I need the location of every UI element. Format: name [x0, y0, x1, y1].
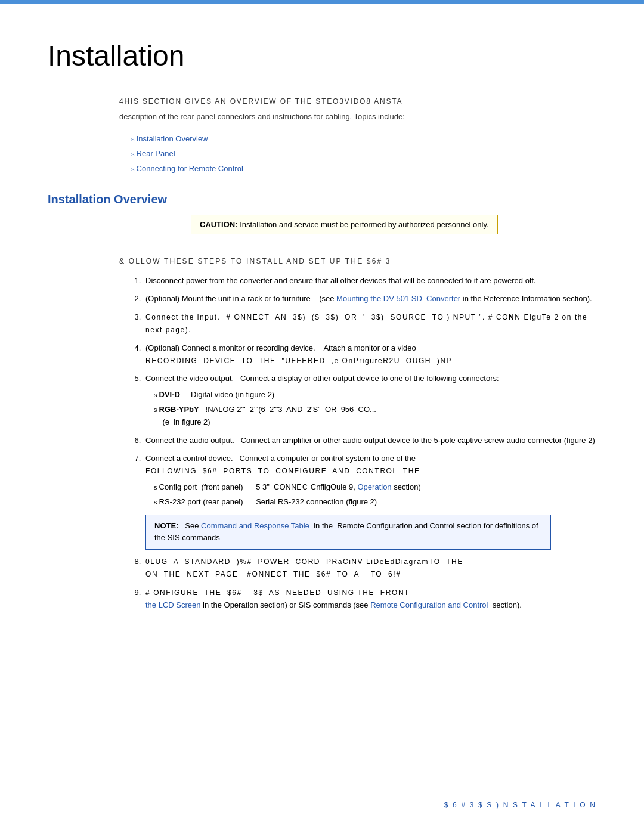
step-2-link[interactable]: Mounting the DV 501 SD Converter [336, 294, 460, 303]
sub-label-dvid: DVI-D [159, 390, 180, 399]
step-9: # ONFIGURE THE $6# 3$ AS NEEDED USING TH… [143, 587, 596, 612]
step-9-link-lcd[interactable]: the LCD Screen [145, 600, 201, 609]
step-9-link-remote[interactable]: Remote Configuration and Control [370, 600, 488, 609]
step-6-text: Connect the audio output. Connect an amp… [145, 436, 595, 445]
step-1-text: Disconnect power from the converter and … [145, 276, 535, 285]
topic-link-1[interactable]: Installation Overview [137, 134, 208, 143]
step-4-text: (Optional) Connect a monitor or recordin… [145, 343, 416, 352]
caution-box: CAUTION: Installation and service must b… [191, 215, 498, 234]
step-5-intro: Connect the video output. Connect a disp… [145, 374, 499, 383]
intro-description: description of the rear panel connectors… [119, 111, 596, 123]
step-7-intro: Connect a control device. Connect a comp… [145, 454, 416, 463]
step-7-sub-1: Config port (front panel) 5 3" CONNEC Cn… [151, 481, 596, 494]
sub-label-rgb: RGB-YPbY [159, 405, 199, 414]
note-box: NOTE: See Command and Response Table in … [145, 515, 551, 550]
note-link-command-table[interactable]: Command and Response Table [201, 521, 309, 530]
step-7: Connect a control device. Connect a comp… [143, 453, 596, 550]
caution-box-wrapper: CAUTION: Installation and service must b… [119, 215, 596, 245]
section-heading: Installation Overview [48, 193, 596, 206]
step-4: (Optional) Connect a monitor or recordin… [143, 342, 596, 367]
step-7-link-operation[interactable]: Operation [358, 482, 392, 491]
step-7-sublist: Config port (front panel) 5 3" CONNEC Cn… [151, 481, 596, 509]
step-9-text: the LCD Screen in the Operation section)… [145, 600, 522, 609]
step-2-text: (Optional) Mount the unit in a rack or t… [145, 294, 592, 303]
topic-link-3[interactable]: Connecting for Remote Control [137, 164, 243, 173]
step-2: (Optional) Mount the unit in a rack or t… [143, 293, 596, 305]
step-7-sub-2: RS-232 port (rear panel) Serial RS-232 c… [151, 496, 596, 509]
step-9-spaced: # ONFIGURE THE $6# 3$ AS NEEDED USING TH… [145, 589, 410, 597]
step-7-spaced: FOLLOWING $6# PORTS TO CONFIGURE AND CON… [145, 467, 420, 475]
topic-item-1[interactable]: Installation Overview [131, 133, 596, 145]
caution-label: CAUTION: [200, 220, 238, 229]
steps-header: & OLLOW THESE STEPS TO INSTALL AND SET U… [119, 256, 596, 267]
step-3-text: Connect the input. # ONNECT AN 3$) ($ 3$… [145, 313, 587, 334]
step-8: 0LUG A STANDARD )%# POWER CORD PRaCiNV L… [143, 556, 596, 581]
note-text: See Command and Response Table in the Re… [154, 521, 538, 543]
step-8-text: 0LUG A STANDARD )%# POWER CORD PRaCiNV L… [145, 558, 463, 578]
page-container: Installation 4HIS SECTION GIVES AN OVERV… [0, 4, 644, 665]
page-title: Installation [48, 39, 596, 72]
topic-item-3[interactable]: Connecting for Remote Control [131, 163, 596, 175]
step-1: Disconnect power from the converter and … [143, 275, 596, 287]
footer-text: $ 6 # 3 $ s ) N S T A L L A T I O N [444, 801, 596, 809]
note-label: NOTE: [154, 521, 178, 530]
numbered-list: Disconnect power from the converter and … [131, 275, 596, 612]
step-4-spaced: RECORDING DEVICE TO THE "UFFERED ,e OnPr… [145, 357, 452, 365]
step-5: Connect the video output. Connect a disp… [143, 373, 596, 428]
caution-text: Installation and service must be perform… [240, 220, 488, 229]
step-6: Connect the audio output. Connect an amp… [143, 435, 596, 447]
topic-item-2[interactable]: Rear Panel [131, 148, 596, 160]
topic-link-2[interactable]: Rear Panel [137, 149, 175, 158]
step-5-sublist: DVI-D Digital video (in figure 2) RGB-YP… [151, 389, 596, 428]
intro-spaced-text: 4HIS SECTION GIVES AN OVERVIEW OF THE ST… [119, 96, 596, 107]
step-5-sub-1: DVI-D Digital video (in figure 2) [151, 389, 596, 401]
step-5-sub-2: RGB-YPbY !NALOG 2'" 2'"(6 2'"3 AND 2'S" … [151, 404, 596, 429]
topics-list: Installation Overview Rear Panel Connect… [131, 133, 596, 175]
step-3: Connect the input. # ONNECT AN 3$) ($ 3$… [143, 311, 596, 336]
